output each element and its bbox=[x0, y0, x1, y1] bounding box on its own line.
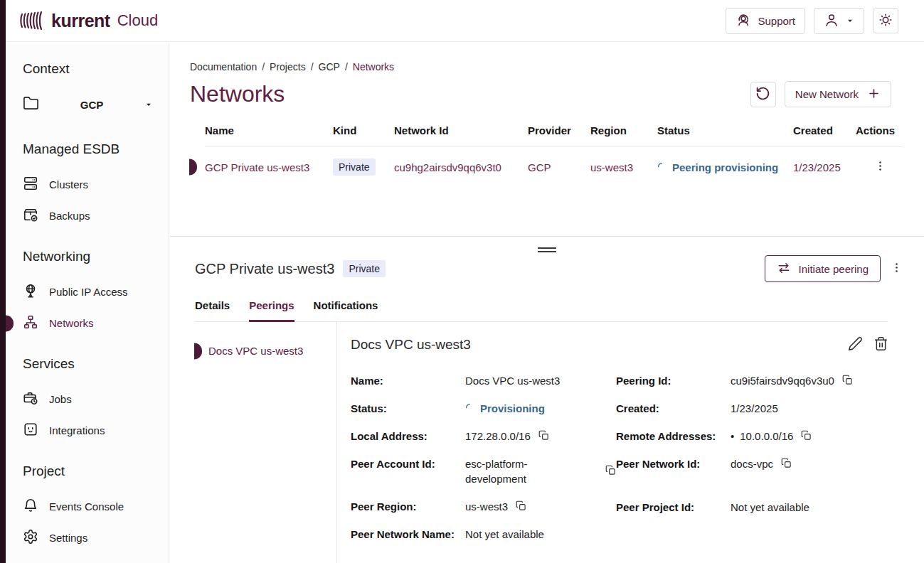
copy-icon bbox=[538, 430, 549, 443]
sidebar-item-clusters[interactable]: Clusters bbox=[23, 176, 169, 193]
field-peer-project-id: Peer Project Id: Not yet available bbox=[616, 500, 888, 515]
peering-list-item[interactable]: Docs VPC us-west3 bbox=[195, 345, 336, 357]
sun-icon bbox=[878, 12, 893, 30]
field-created: Created: 1/23/2025 bbox=[616, 401, 888, 416]
spinner-icon bbox=[465, 401, 474, 416]
column-header-created: Created bbox=[793, 124, 856, 136]
field-status-value: Provisioning bbox=[480, 401, 545, 416]
selected-peering-indicator bbox=[194, 343, 202, 359]
breadcrumb-current: Networks bbox=[340, 61, 394, 73]
swap-arrows-icon bbox=[777, 261, 791, 277]
breadcrumb-link-projects[interactable]: Projects bbox=[257, 61, 305, 73]
column-header-kind: Kind bbox=[333, 124, 394, 136]
cell-name[interactable]: GCP Private us-west3 bbox=[205, 161, 333, 173]
delete-peering-button[interactable] bbox=[873, 336, 888, 353]
trash-icon bbox=[873, 336, 888, 353]
column-header-region: Region bbox=[590, 124, 657, 136]
support-button[interactable]: Support bbox=[726, 8, 805, 34]
top-header: kurrent Cloud Support bbox=[0, 0, 924, 42]
copy-remote-addresses-button[interactable] bbox=[801, 430, 812, 443]
tab-details[interactable]: Details bbox=[195, 299, 230, 322]
field-created-value: 1/23/2025 bbox=[731, 401, 778, 416]
sidebar-item-networks[interactable]: Networks bbox=[23, 314, 169, 332]
field-peer-network-name: Peer Network Name: Not yet available bbox=[351, 527, 616, 542]
column-header-network-id: Network Id bbox=[394, 124, 528, 136]
table-row[interactable]: GCP Private us-west3 Private cu9hg2airsd… bbox=[205, 147, 903, 187]
sidebar: Context GCP Managed ESDB bbox=[6, 43, 169, 563]
copy-icon bbox=[801, 430, 812, 443]
support-label: Support bbox=[758, 15, 795, 27]
new-network-label: New Network bbox=[795, 88, 859, 100]
sidebar-item-label: Networks bbox=[49, 317, 94, 329]
field-remote-addresses: Remote Addresses: 10.0.0.0/16 bbox=[616, 429, 888, 444]
panel-actions-button[interactable] bbox=[891, 262, 903, 276]
copy-icon bbox=[516, 500, 526, 513]
refresh-button[interactable] bbox=[750, 82, 776, 107]
detail-panel: GCP Private us-west3 Private Initiate pe… bbox=[170, 236, 924, 563]
kebab-icon bbox=[874, 160, 886, 174]
column-header-name: Name bbox=[205, 124, 333, 136]
sidebar-item-backups[interactable]: Backups bbox=[23, 207, 169, 225]
field-peer-network-id: Peer Network Id: docs-vpc bbox=[616, 456, 888, 471]
network-icon bbox=[23, 314, 38, 332]
sidebar-item-public-ip-access[interactable]: Public IP Access bbox=[23, 283, 169, 301]
kurrent-waves-icon bbox=[20, 9, 46, 33]
field-local-address-value: 172.28.0.0/16 bbox=[465, 429, 531, 444]
copy-peer-network-id-button[interactable] bbox=[781, 458, 792, 471]
brand-logo: kurrent Cloud bbox=[20, 9, 158, 33]
initiate-peering-button[interactable]: Initiate peering bbox=[765, 255, 881, 282]
sidebar-item-label: Integrations bbox=[49, 424, 105, 436]
breadcrumb-link-gcp[interactable]: GCP bbox=[306, 61, 340, 73]
section-heading-networking: Networking bbox=[23, 249, 169, 264]
row-actions-button[interactable] bbox=[874, 160, 886, 174]
tab-peerings[interactable]: Peerings bbox=[249, 299, 294, 322]
active-item-indicator bbox=[6, 315, 14, 331]
copy-peering-id-button[interactable] bbox=[842, 375, 853, 387]
panel-title: GCP Private us-west3 bbox=[195, 261, 334, 277]
copy-peer-region-button[interactable] bbox=[516, 500, 526, 513]
sidebar-item-events-console[interactable]: Events Console bbox=[23, 498, 169, 515]
column-header-provider: Provider bbox=[528, 124, 590, 136]
cell-provider: GCP bbox=[528, 161, 590, 173]
kind-badge: Private bbox=[333, 159, 376, 176]
chevron-down-icon bbox=[846, 15, 854, 27]
section-heading-managed-esdb: Managed ESDB bbox=[23, 141, 169, 157]
pencil-icon bbox=[848, 336, 863, 353]
section-heading-project: Project bbox=[23, 463, 169, 479]
gear-icon bbox=[23, 529, 38, 547]
theme-toggle-button[interactable] bbox=[873, 8, 898, 33]
field-status: Status: Provisioning bbox=[351, 401, 616, 416]
edit-peering-button[interactable] bbox=[848, 336, 863, 353]
brand-name: kurrent bbox=[51, 11, 110, 31]
field-peering-id-value: cu9i5fairsdv9qq6v3u0 bbox=[731, 373, 834, 388]
sidebar-item-jobs[interactable]: Jobs bbox=[23, 390, 169, 408]
field-name: Name: Docs VPC us-west3 bbox=[351, 373, 616, 388]
field-peering-id: Peering Id: cu9i5fairsdv9qq6v3u0 bbox=[616, 373, 888, 388]
peering-detail: Docs VPC us-west3 bbox=[337, 322, 924, 563]
panel-resize-handle[interactable] bbox=[538, 245, 556, 254]
main-content: DocumentationProjectsGCPNetworks Network… bbox=[170, 43, 924, 563]
field-local-address: Local Address: 172.28.0.0/16 bbox=[351, 429, 616, 444]
networks-table: Name Kind Network Id Provider Region Sta… bbox=[205, 124, 903, 187]
tab-notifications[interactable]: Notifications bbox=[314, 299, 378, 322]
panel-kind-badge: Private bbox=[343, 260, 386, 277]
cell-created: 1/23/2025 bbox=[793, 161, 856, 173]
breadcrumb: DocumentationProjectsGCPNetworks bbox=[190, 61, 924, 73]
copy-icon bbox=[781, 458, 792, 471]
breadcrumb-link-documentation[interactable]: Documentation bbox=[190, 61, 257, 73]
sidebar-item-integrations[interactable]: Integrations bbox=[23, 422, 169, 439]
copy-icon bbox=[605, 465, 616, 478]
brand-suffix: Cloud bbox=[117, 11, 158, 30]
sidebar-item-label: Settings bbox=[49, 532, 87, 544]
new-network-button[interactable]: New Network bbox=[785, 81, 891, 107]
sidebar-item-settings[interactable]: Settings bbox=[23, 529, 169, 547]
cell-network-id: cu9hg2airsdv9qq6v3t0 bbox=[394, 161, 528, 173]
cell-region: us-west3 bbox=[590, 161, 657, 173]
field-peer-region: Peer Region: us-west3 bbox=[351, 499, 616, 514]
plus-icon bbox=[867, 87, 881, 102]
copy-peer-account-id-button[interactable] bbox=[605, 465, 616, 478]
context-selector[interactable]: GCP bbox=[23, 95, 169, 114]
copy-local-address-button[interactable] bbox=[538, 430, 549, 443]
user-menu-button[interactable] bbox=[814, 8, 864, 34]
peering-list-item-label: Docs VPC us-west3 bbox=[208, 345, 303, 357]
